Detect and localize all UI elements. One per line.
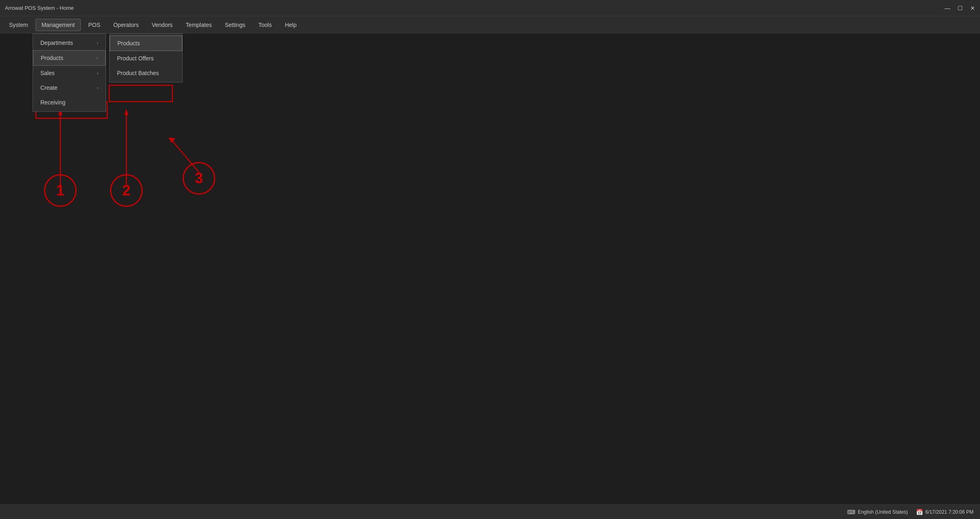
keyboard-icon: ⌨ <box>847 509 855 515</box>
main-content: 1 2 3 <box>0 33 980 504</box>
annotation-circle-2: 2 <box>110 174 143 207</box>
calendar-icon: 📅 <box>916 509 923 515</box>
menu-operators[interactable]: Operators <box>108 19 144 31</box>
menu-vendors[interactable]: Vendors <box>146 19 178 31</box>
menu-tools[interactable]: Tools <box>253 19 278 31</box>
submenu-products[interactable]: Products <box>110 35 182 51</box>
menu-create[interactable]: Create › <box>33 80 106 95</box>
menu-management[interactable]: Management <box>35 19 81 31</box>
svg-marker-5 <box>168 138 175 143</box>
menu-departments[interactable]: Departments › <box>33 35 106 50</box>
menu-products[interactable]: Products › <box>33 50 106 66</box>
annotation-circle-3: 3 <box>183 162 215 195</box>
status-bar: ⌨ English (United States) 📅 6/17/2021 7:… <box>0 504 980 519</box>
products-subdropdown: Products Product Offers Product Batches <box>109 33 183 82</box>
menu-system[interactable]: System <box>3 19 34 31</box>
menu-bar: System Management POS Operators Vendors … <box>0 16 980 33</box>
menu-help[interactable]: Help <box>279 19 302 31</box>
menu-pos[interactable]: POS <box>82 19 106 31</box>
window-controls: — ☐ ✕ <box>945 5 975 11</box>
menu-templates[interactable]: Templates <box>180 19 218 31</box>
chevron-right-icon: › <box>97 41 98 45</box>
chevron-right-icon: › <box>97 71 98 75</box>
chevron-right-icon: › <box>97 56 98 60</box>
svg-rect-7 <box>109 85 172 102</box>
title-bar: Arrowat POS System - Home — ☐ ✕ <box>0 0 980 16</box>
close-button[interactable]: ✕ <box>970 5 975 11</box>
management-dropdown: Departments › Products › Sales › Create … <box>33 33 106 112</box>
menu-settings[interactable]: Settings <box>219 19 251 31</box>
menu-receiving[interactable]: Receiving <box>33 95 106 110</box>
annotation-overlay <box>0 33 980 504</box>
datetime-status: 📅 6/17/2021 7:20:06 PM <box>916 509 973 515</box>
minimize-button[interactable]: — <box>945 5 950 11</box>
maximize-button[interactable]: ☐ <box>958 5 963 11</box>
chevron-right-icon: › <box>97 86 98 90</box>
submenu-product-offers[interactable]: Product Offers <box>110 51 182 66</box>
window-title: Arrowat POS System - Home <box>5 5 74 11</box>
annotation-circle-1: 1 <box>44 174 77 207</box>
language-status: ⌨ English (United States) <box>847 509 908 515</box>
svg-marker-3 <box>124 109 128 115</box>
menu-sales[interactable]: Sales › <box>33 66 106 80</box>
submenu-product-batches[interactable]: Product Batches <box>110 66 182 80</box>
